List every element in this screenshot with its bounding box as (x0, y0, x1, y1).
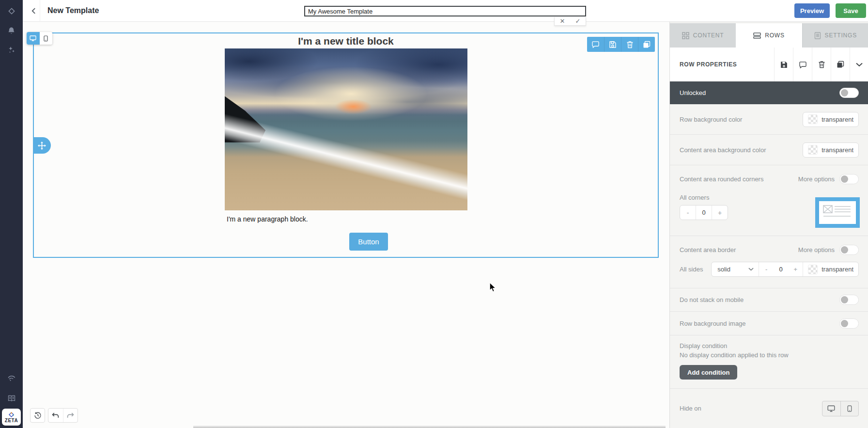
template-name-input[interactable] (304, 6, 586, 16)
content-grid-icon (682, 32, 689, 39)
undo-icon[interactable] (48, 409, 63, 422)
zeta-diamond-icon[interactable] (0, 5, 23, 17)
unlocked-bar: Unlocked (670, 81, 868, 104)
beach-sunset-photo[interactable] (225, 48, 467, 210)
decrement-button[interactable]: - (680, 206, 696, 220)
duplicate-icon[interactable] (831, 48, 850, 81)
photo-surf-foam (225, 111, 467, 206)
color-value: transparent (822, 116, 853, 123)
unlocked-label: Unlocked (680, 89, 706, 96)
device-preview-toggle (27, 32, 52, 45)
content-background-color-picker[interactable]: transparent (803, 143, 859, 158)
transparency-checker-icon (808, 265, 818, 274)
tab-content[interactable]: CONTENT (670, 23, 736, 48)
save-icon[interactable] (604, 37, 621, 52)
comment-icon[interactable] (793, 48, 812, 81)
redo-icon[interactable] (63, 409, 78, 422)
desktop-icon (30, 35, 36, 41)
mobile-icon (44, 35, 48, 42)
add-condition-button[interactable]: Add condition (680, 365, 737, 380)
display-condition-status: No display condition applied to this row (680, 351, 859, 359)
row-properties-title: ROW PROPERTIES (670, 48, 774, 81)
border-style-dropdown[interactable]: solid (712, 262, 759, 276)
rounded-corners-label: Content area rounded corners (680, 175, 763, 183)
row-drag-handle-icon[interactable] (33, 137, 51, 154)
hide-on-desktop-button[interactable] (822, 401, 840, 416)
row-background-image-toggle[interactable] (839, 318, 859, 329)
row-structure-thumbnail[interactable] (815, 197, 860, 228)
border-color-picker[interactable]: transparent (803, 262, 858, 276)
delete-icon[interactable] (812, 48, 831, 81)
row-background-image-label: Row background image (680, 320, 746, 327)
settings-doc-icon (814, 32, 821, 39)
hide-on-group (822, 401, 859, 416)
do-not-stack-toggle[interactable] (839, 295, 859, 305)
history-icon[interactable] (30, 408, 45, 423)
border-more-options-toggle[interactable] (839, 245, 859, 255)
row-background-color-picker[interactable]: transparent (803, 112, 859, 127)
email-button-block[interactable]: Button (349, 233, 388, 251)
row-wireframe-icon (822, 203, 853, 222)
page-title: New Template (47, 6, 99, 15)
unlocked-toggle[interactable] (839, 88, 859, 98)
preview-button[interactable]: Preview (794, 3, 830, 18)
do-not-stack-row: Do not stack on mobile (670, 288, 868, 312)
increment-button[interactable]: + (788, 266, 803, 273)
row-background-image-row: Row background image (670, 312, 868, 335)
desktop-icon (827, 405, 835, 412)
display-condition-section: Display condition No display condition a… (670, 335, 868, 389)
hide-on-label: Hide on (680, 405, 701, 412)
mobile-view-button[interactable] (40, 32, 53, 45)
row-background-color-label: Row background color (680, 116, 742, 123)
tab-label: ROWS (765, 32, 785, 39)
decrement-button[interactable]: - (759, 266, 774, 273)
more-options-label: More options (798, 175, 835, 183)
all-sides-label: All sides (680, 266, 703, 273)
signal-icon[interactable] (0, 372, 23, 384)
app-sidebar: ZETA (0, 0, 23, 428)
header-divider (40, 0, 40, 22)
delete-icon[interactable] (621, 37, 638, 52)
sparkles-icon[interactable] (0, 44, 23, 56)
history-bar (30, 408, 78, 423)
back-button[interactable] (27, 4, 40, 17)
editor-canvas: I'm a new title block I'm a new paragrap… (23, 22, 669, 428)
border-label: Content area border (680, 246, 736, 254)
row-properties-sections: Row background color transparent Content… (670, 104, 868, 428)
color-value: transparent (822, 146, 853, 154)
transparency-checker-icon (808, 114, 818, 124)
zeta-logo-text: ZETA (5, 418, 18, 423)
desktop-view-button[interactable] (27, 32, 40, 45)
name-confirm-popup: ✕ ✓ (554, 17, 586, 26)
tab-rows[interactable]: ROWS (736, 23, 802, 48)
duplicate-icon[interactable] (638, 37, 655, 52)
border-controls: solid - 0 + transparent (711, 262, 859, 277)
save-button[interactable]: Save (836, 3, 866, 18)
color-value: transparent (822, 266, 853, 273)
more-options-label: More options (798, 246, 835, 254)
cancel-name-icon[interactable]: ✕ (555, 17, 570, 25)
mobile-icon (847, 405, 852, 412)
comment-icon[interactable] (587, 37, 604, 52)
tab-settings[interactable]: SETTINGS (802, 23, 868, 48)
hide-on-mobile-button[interactable] (840, 401, 859, 416)
email-title-block[interactable]: I'm a new title block (33, 35, 659, 47)
row-background-color-row: Row background color transparent (670, 104, 868, 135)
confirm-name-icon[interactable]: ✓ (570, 17, 586, 25)
border-style-value: solid (717, 266, 730, 273)
save-icon[interactable] (774, 48, 793, 81)
mouse-cursor (489, 282, 496, 292)
panel-tabs: CONTENT ROWS SETTINGS (670, 22, 868, 48)
zeta-logo[interactable]: ZETA (2, 409, 21, 426)
content-background-color-label: Content area background color (680, 146, 766, 154)
collapse-chevron-icon[interactable] (850, 48, 868, 81)
transparency-checker-icon (808, 145, 818, 155)
increment-button[interactable]: + (712, 206, 728, 220)
notifications-bell-icon[interactable] (0, 25, 23, 36)
knowledge-book-icon[interactable] (0, 393, 23, 404)
rounded-more-options-toggle[interactable] (839, 174, 859, 184)
tab-label: CONTENT (693, 32, 724, 39)
border-section: Content area border More options All sid… (670, 236, 868, 288)
email-paragraph-block[interactable]: I'm a new paragraph block. (227, 215, 308, 223)
screen-bottom-edge (193, 426, 666, 428)
